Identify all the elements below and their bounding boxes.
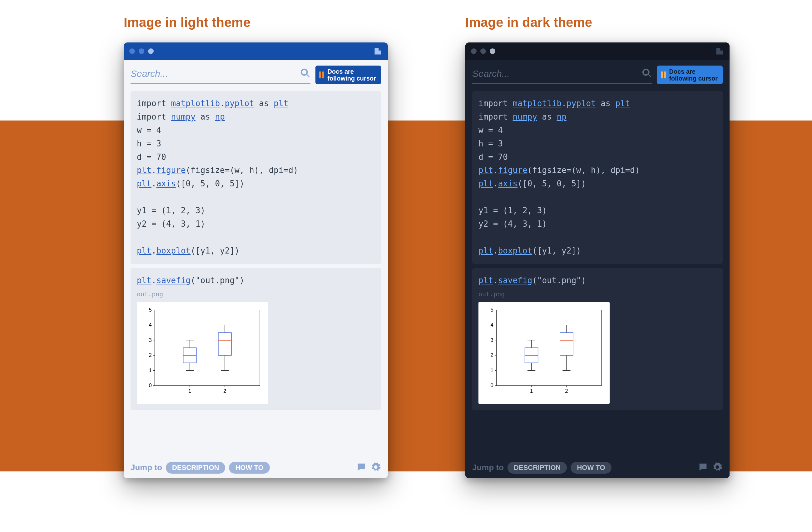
search-icon[interactable] [641, 68, 652, 79]
output-filename: out.png [478, 289, 716, 299]
gear-icon[interactable] [371, 462, 381, 474]
svg-text:5: 5 [491, 307, 493, 313]
code-block-savefig[interactable]: plt.savefig("out.png") out.png01234512 [131, 268, 381, 411]
search-field-wrap [472, 66, 652, 84]
code-link[interactable]: figure [498, 165, 527, 175]
dark-theme-label: Image in dark theme [465, 15, 592, 30]
svg-text:2: 2 [565, 388, 568, 394]
code-link[interactable]: figure [157, 165, 186, 175]
code-link[interactable]: plt [137, 276, 151, 285]
svg-rect-56 [560, 332, 573, 355]
code-link[interactable]: numpy [171, 112, 195, 121]
traffic-dot[interactable] [139, 48, 144, 54]
search-icon[interactable] [300, 68, 310, 79]
svg-text:5: 5 [149, 307, 152, 313]
footer: Jump to DESCRIPTION HOW TO [465, 456, 729, 478]
svg-text:3: 3 [491, 337, 493, 343]
follow-cursor-label: Docs arefollowing cursor [327, 68, 376, 82]
search-row: Docs arefollowing cursor [465, 60, 729, 87]
svg-text:1: 1 [149, 367, 152, 373]
code-link[interactable]: savefig [498, 276, 533, 285]
jump-description-pill[interactable]: DESCRIPTION [166, 462, 225, 474]
jump-description-pill[interactable]: DESCRIPTION [508, 462, 567, 474]
pause-icon [661, 72, 666, 78]
search-row: Docs arefollowing cursor [124, 60, 388, 87]
code-area: import matplotlib.pyplot as plt import n… [124, 87, 388, 456]
code-link[interactable]: numpy [513, 112, 537, 121]
titlebar [124, 43, 388, 60]
svg-text:3: 3 [149, 337, 152, 343]
svg-text:1: 1 [188, 388, 191, 394]
boxplot-chart: 01234512 [482, 305, 607, 397]
traffic-dot[interactable] [129, 48, 135, 54]
code-link[interactable]: plt [137, 246, 151, 255]
traffic-dot[interactable] [480, 48, 486, 54]
svg-text:2: 2 [491, 352, 493, 358]
code-link[interactable]: plt [137, 179, 151, 188]
boxplot-chart: 01234512 [140, 305, 265, 397]
code-block-main[interactable]: import matplotlib.pyplot as plt import n… [131, 91, 381, 264]
code-link[interactable]: plt [478, 246, 493, 255]
jump-to-label: Jump to [131, 463, 162, 472]
svg-text:2: 2 [223, 388, 226, 394]
code-link[interactable]: axis [157, 179, 176, 188]
titlebar [465, 43, 729, 60]
svg-rect-29 [496, 310, 601, 385]
footer: Jump to DESCRIPTION HOW TO [124, 456, 388, 478]
code-link[interactable]: plt [478, 179, 493, 188]
code-link[interactable]: matplotlib [513, 99, 562, 108]
follow-cursor-button[interactable]: Docs arefollowing cursor [316, 65, 381, 84]
code-link[interactable]: axis [498, 179, 518, 188]
search-input[interactable] [472, 68, 638, 79]
traffic-lights[interactable] [471, 48, 495, 54]
code-block-savefig[interactable]: plt.savefig("out.png") out.png01234512 [472, 268, 723, 411]
svg-text:1: 1 [530, 388, 533, 394]
app-window-dark: Docs arefollowing cursor import matplotl… [465, 43, 729, 478]
search-input[interactable] [131, 68, 297, 79]
code-link[interactable]: plt [274, 99, 288, 108]
light-theme-label: Image in light theme [124, 15, 250, 30]
code-link[interactable]: np [215, 112, 224, 121]
chat-icon[interactable] [698, 462, 708, 474]
svg-text:0: 0 [491, 382, 493, 388]
traffic-dot[interactable] [490, 48, 495, 54]
follow-cursor-button[interactable]: Docs arefollowing cursor [657, 65, 723, 84]
output-filename: out.png [137, 289, 375, 299]
gear-icon[interactable] [712, 462, 723, 474]
traffic-dot[interactable] [471, 48, 477, 54]
svg-rect-0 [155, 310, 260, 385]
traffic-lights[interactable] [129, 48, 154, 54]
traffic-dot[interactable] [148, 48, 154, 54]
code-link[interactable]: pyplot [225, 99, 254, 108]
follow-cursor-label: Docs arefollowing cursor [669, 68, 718, 82]
svg-text:0: 0 [149, 382, 152, 388]
jump-howto-pill[interactable]: HOW TO [229, 462, 270, 474]
code-link[interactable]: savefig [157, 276, 191, 285]
jump-howto-pill[interactable]: HOW TO [570, 462, 611, 474]
code-link[interactable]: pyplot [567, 99, 596, 108]
code-link[interactable]: plt [615, 99, 630, 108]
code-link[interactable]: boxplot [498, 246, 533, 255]
code-link[interactable]: plt [137, 165, 151, 175]
code-link[interactable]: plt [478, 165, 493, 175]
app-logo-icon [374, 47, 382, 56]
jump-to-label: Jump to [472, 463, 504, 472]
code-link[interactable]: boxplot [157, 246, 191, 255]
app-window-light: Docs arefollowing cursor import matplotl… [124, 43, 388, 478]
chat-icon[interactable] [356, 462, 367, 474]
code-area: import matplotlib.pyplot as plt import n… [465, 87, 729, 456]
code-block-main[interactable]: import matplotlib.pyplot as plt import n… [472, 91, 723, 264]
svg-text:4: 4 [149, 322, 152, 328]
app-logo-icon [715, 47, 724, 56]
svg-text:4: 4 [491, 322, 493, 328]
code-link[interactable]: plt [478, 276, 493, 285]
svg-text:1: 1 [491, 367, 493, 373]
code-link[interactable]: matplotlib [171, 99, 220, 108]
output-plot: 01234512 [137, 302, 268, 404]
code-link[interactable]: np [556, 112, 566, 121]
svg-text:2: 2 [149, 352, 152, 358]
svg-rect-27 [218, 332, 231, 355]
search-field-wrap [131, 66, 310, 84]
pause-icon [319, 72, 324, 78]
output-plot: 01234512 [478, 302, 610, 404]
